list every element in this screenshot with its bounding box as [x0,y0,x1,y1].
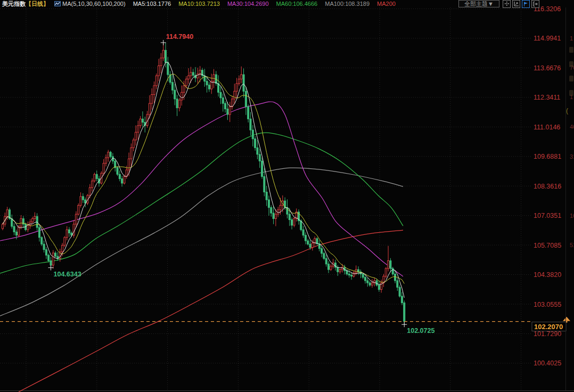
candle-body [302,230,304,235]
candle-body [188,76,190,79]
candle-body [137,126,139,132]
y-axis-label[interactable]: 107.0351 [534,212,561,219]
candle-body [248,107,249,119]
y-axis-label[interactable]: 114.9941 [534,35,561,42]
candle-body [208,85,210,89]
candle-body [220,92,222,97]
candle-body [385,268,387,276]
candle-body [275,214,276,218]
candle-body [321,249,323,254]
candle-body [266,192,267,200]
candle-body [48,255,50,260]
ma-legend-item: MA10:103.7213 [178,1,220,7]
flag-icon[interactable] [522,0,530,8]
instrument-title: 美元指数 [2,0,26,7]
price-arrow-icon [563,317,570,321]
candle-body [311,243,313,247]
clipped-label-fragment: 16 [570,213,574,219]
candle-body [151,95,153,104]
candle-body [259,154,260,161]
candle-body [245,91,247,107]
exit-chart-icon[interactable] [531,0,539,8]
candle-body [64,238,65,246]
y-axis-label[interactable]: 113.6676 [534,64,561,72]
candle-body [130,148,132,159]
chart-toolbar [503,0,541,8]
clipped-glyph-fragment [569,90,573,96]
candle-body [238,79,240,83]
candle-body [250,119,251,130]
y-axis-label[interactable]: 104.3820 [534,271,561,279]
price-chart[interactable]: 116.3206114.9941113.6676112.3411111.0146… [0,0,574,392]
candle-body [153,86,155,95]
y-axis-label[interactable]: 100.4025 [534,360,561,367]
candle-body [162,50,164,58]
candle-body [280,206,281,210]
clipped-label-fragment: 31 [570,153,574,160]
line-chart-icon [54,1,61,7]
candle-body [264,176,265,192]
candle-body [52,253,54,265]
candle-body [142,119,143,122]
candle-body [390,261,391,269]
candle-body [337,267,339,272]
ma-line-ma200 [19,230,403,392]
ma-line-ma5 [3,62,404,298]
candle-body [404,303,405,322]
chart-header: 美元指数 【日线】 MA(5,10,30,60,100,200) MA5:103… [0,0,574,7]
candle-body [155,76,157,86]
candle-body [268,200,269,208]
ma-line-ma30 [0,102,403,276]
y-axis-label[interactable]: 111.0146 [534,124,560,131]
candle-body [140,119,141,125]
clipped-label-fragment: 46 [570,124,574,130]
clipped-label-fragment: 1 [570,35,573,42]
candle-body [29,222,31,225]
candle-body [227,109,228,115]
candle-body [346,271,348,274]
candle-body [367,281,368,283]
candle-body [82,197,84,200]
candle-body [45,250,47,255]
ma-legend-item: MA100:108.3189 [325,1,370,7]
candle-body [133,140,134,148]
candle-body [206,81,208,85]
candle-body [135,132,136,140]
candle-body [121,179,123,183]
fit-chart-icon[interactable] [512,0,520,8]
candle-body [103,163,104,173]
candle-body [73,224,75,235]
y-axis-label[interactable]: 103.0555 [534,301,561,308]
clipped-paren-fragment: ( [566,107,568,115]
candle-body [38,227,40,238]
crosshair-icon[interactable] [503,0,511,8]
candle-body [110,152,111,157]
candle-body [92,181,93,187]
clipped-glyph-fragment [569,61,573,67]
ma-line-ma100 [0,168,403,316]
candle-body [89,187,91,195]
candle-body [225,103,226,109]
candle-body [371,283,373,285]
candle-body [78,206,79,215]
candle-body [300,221,302,230]
candle-body [401,296,403,303]
candle-body [291,220,293,225]
candle-body [50,261,52,265]
candle-body [124,176,125,183]
candle-body [80,197,81,206]
y-axis-label[interactable]: 112.3411 [534,94,560,101]
candle-body [6,210,8,216]
extreme-annotation: 104.6343 [54,271,81,278]
y-axis-label[interactable]: 108.3616 [534,183,561,190]
candle-body [314,239,316,243]
candle-body [309,244,311,247]
y-axis-label[interactable]: 105.7085 [534,242,561,249]
candle-body [229,107,231,115]
candle-body [27,225,29,230]
ma-legend-item: MA30:104.2690 [227,1,269,7]
y-axis-label[interactable]: 109.6881 [534,153,561,160]
theme-selector[interactable]: 全部主题▼ [458,0,499,7]
candle-body [117,168,118,174]
candle-body [176,99,178,108]
